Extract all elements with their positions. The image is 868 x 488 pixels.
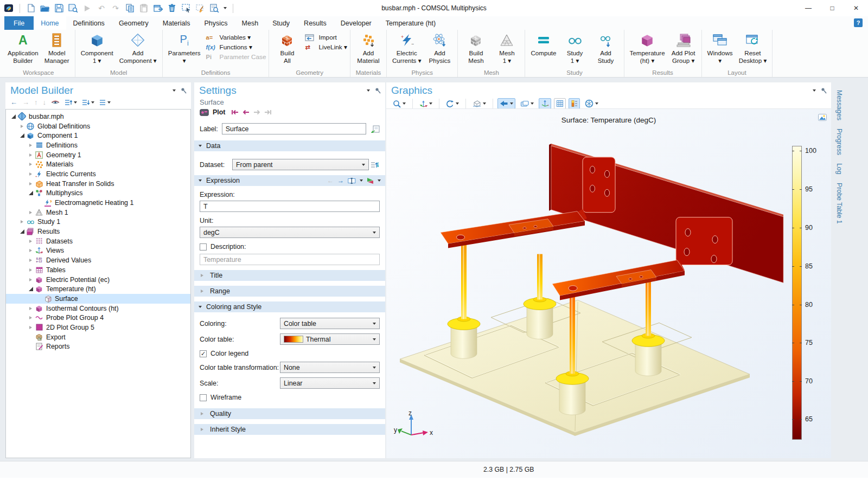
tree-item-results[interactable]: Results [6,227,190,236]
livelink-button[interactable]: ⇄ LiveLink ▾ [305,43,347,51]
section-title[interactable]: Title [194,270,385,281]
show-color-legend-toggle[interactable] [569,98,580,109]
view-settings-button[interactable] [518,98,536,109]
rotate-view-button[interactable] [444,98,461,109]
tab-messages[interactable]: Messages [835,90,843,120]
show-axis-toggle[interactable] [539,98,551,109]
scene-light-button[interactable] [470,98,488,109]
coloring-select[interactable]: Color table [280,318,380,329]
tree-item-global-definitions[interactable]: Global Definitions [6,121,190,131]
pin-icon[interactable] [181,87,187,94]
graphics-canvas[interactable]: Surface: Temperature (degC) [386,108,831,458]
electric-currents-button[interactable]: +− Electric Currents ▾ [390,30,424,64]
tree-item-temperature-ht[interactable]: Temperature (ht) [6,284,190,294]
tree-item-isothermal-contours[interactable]: Isothermal Contours (ht) [6,304,190,313]
expander-icon[interactable] [27,153,34,157]
tree-item-study-1[interactable]: Study 1 [6,217,190,227]
build-mesh-button[interactable]: Build Mesh [461,30,491,64]
temperature-ht-button[interactable]: Temperature (ht) ▾ [627,30,668,64]
tab-mesh[interactable]: Mesh [235,16,266,30]
plot-first-icon[interactable] [231,110,239,115]
tree-item-reports[interactable]: Reports [6,342,190,352]
minimize-button[interactable]: — [796,0,820,16]
import-button[interactable]: Import [305,34,347,41]
rename-icon[interactable] [370,124,381,134]
replace-expression-icon[interactable] [367,177,374,184]
view-orientation-button[interactable] [417,98,435,109]
section-inherit-style[interactable]: Inherit Style [194,424,385,435]
go-to-default-view-button[interactable] [497,98,515,109]
section-data[interactable]: Data [194,140,385,151]
expander-icon[interactable] [18,125,25,128]
tab-developer[interactable]: Developer [334,16,379,30]
chevron-down-icon[interactable] [378,179,381,182]
expression-input[interactable]: T [200,201,380,212]
expander-icon[interactable] [27,268,34,272]
tree-item-datasets[interactable]: Datasets [6,236,190,246]
plot-last-icon[interactable] [264,110,272,115]
tree-item-busbar[interactable]: busbar.mph [6,112,190,121]
component-1-button[interactable]: Component 1 ▾ [78,30,116,64]
expander-icon[interactable] [18,229,25,234]
plot-previous-icon[interactable] [242,110,250,115]
expander-icon[interactable] [27,326,34,329]
undo-icon[interactable]: ↶ [97,3,106,13]
build-all-button[interactable]: Build All [272,30,302,64]
clear-selection-icon[interactable] [195,3,205,13]
plot-next-icon[interactable] [253,110,260,115]
description-input[interactable]: Temperature [200,254,380,265]
paste-icon[interactable] [139,3,149,13]
redo-icon[interactable]: ↷ [111,3,120,13]
help-button[interactable]: ? [854,18,863,27]
expander-icon[interactable] [18,133,25,138]
expander-icon[interactable] [27,182,34,185]
section-range[interactable]: Range [194,286,385,297]
reset-desktop-button[interactable]: Reset Desktop ▾ [736,30,770,64]
parameters-button[interactable]: Pi Parameters ▾ [165,30,203,64]
tree-item-derived-values[interactable]: 8.85e-12 Derived Values [6,255,190,265]
collapse-all-button[interactable] [65,99,77,106]
delete-icon[interactable] [167,3,177,13]
tab-geometry[interactable]: Geometry [112,16,156,30]
model-tree-options-button[interactable] [99,99,111,106]
panel-menu-icon[interactable] [813,89,816,92]
tree-item-probe-plot-group[interactable]: Probe Plot Group 4 [6,313,190,323]
tree-item-em-heating[interactable]: Electromagnetic Heating 1 [6,198,190,208]
expander-icon[interactable] [27,259,34,262]
nav-forward-icon[interactable]: → [22,99,29,106]
pin-icon[interactable] [821,87,827,94]
mesh-1-button[interactable]: Mesh 1 ▾ [492,30,522,64]
variables-button[interactable]: a= Variables ▾ [206,34,266,41]
find-icon[interactable] [209,3,219,13]
maximize-button[interactable]: □ [820,0,844,16]
panel-menu-icon[interactable] [367,89,370,92]
section-expression[interactable]: Expression ← → [194,175,385,186]
tree-item-tables[interactable]: Tables [6,265,190,275]
next-expression-icon[interactable]: → [337,177,344,184]
expand-all-button[interactable] [82,99,94,106]
expander-icon[interactable] [27,278,34,281]
tab-materials[interactable]: Materials [156,16,197,30]
description-checkbox[interactable] [200,243,207,251]
expander-icon[interactable] [18,220,25,223]
insert-expression-icon[interactable] [348,178,356,184]
label-input[interactable]: Surface [222,123,366,134]
tree-item-mesh-1[interactable]: Mesh 1 [6,208,190,217]
tab-probe-table-1[interactable]: Probe Table 1 [835,183,843,224]
add-material-button[interactable]: Add Material [353,30,384,64]
section-coloring-style[interactable]: Coloring and Style [194,301,385,312]
study-1-button[interactable]: Study 1 ▾ [560,30,590,64]
tree-item-multiphysics[interactable]: Multiphysics [6,189,190,198]
unit-select[interactable]: degC [200,227,380,238]
chevron-down-icon[interactable] [224,7,227,9]
model-manager-button[interactable]: Model Manager [42,30,72,64]
tree-item-2d-plot-group[interactable]: 2D Plot Group 5 [6,323,190,332]
pin-icon[interactable] [375,87,381,94]
expander-icon[interactable] [27,287,34,291]
tab-progress[interactable]: Progress [835,129,843,155]
windows-button[interactable]: Windows ▾ [705,30,736,64]
tree-item-surface[interactable]: Surface [6,294,190,304]
open-file-icon[interactable] [40,3,50,13]
add-physics-button[interactable]: Add Physics [424,30,455,64]
expander-icon[interactable] [27,211,34,214]
